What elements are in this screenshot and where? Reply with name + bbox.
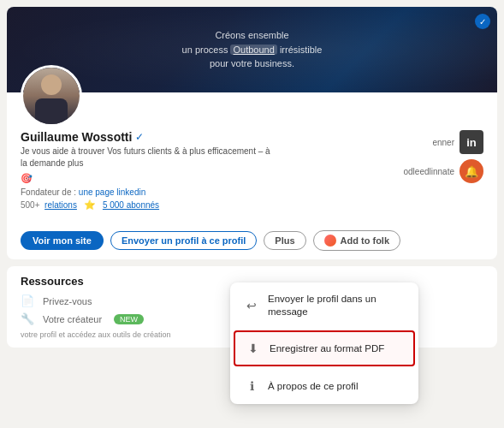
about-profile-label: À propos de ce profil [268, 380, 358, 393]
cover-line1: Créons ensemble [182, 28, 323, 43]
side-icon-item-1: enner in [432, 130, 483, 154]
cover-verified-icon: ✓ [475, 14, 490, 29]
emoji: 🎯 [21, 173, 33, 183]
verified-badge: ✓ [135, 131, 144, 143]
profile-meta-row: 500+ relations ⭐ 5 000 abonnés [21, 199, 483, 211]
action-buttons: Voir mon site Envoyer un profil à ce pro… [7, 223, 497, 259]
followers-link[interactable]: 5 000 abonnés [103, 200, 159, 210]
folk-button-label: Add to folk [341, 235, 389, 246]
profile-sub: Fondateur de : une page linkedin [21, 187, 483, 197]
cover-highlight: Outbound [230, 45, 276, 55]
profile-tagline: Je vous aide à trouver Vos futurs client… [21, 146, 277, 169]
secondary-button[interactable]: Envoyer un profil à ce profil [110, 231, 257, 250]
dropdown-item-save-pdf[interactable]: ⬇ Enregistrer au format PDF [234, 330, 415, 366]
dropdown-item-about-profile[interactable]: ℹ À propos de ce profil [230, 368, 418, 404]
save-pdf-icon: ⬇ [246, 341, 261, 356]
primary-button[interactable]: Voir mon site [21, 231, 104, 250]
profile-info: enner in odleedlinnate 🔔 Guillaume Wosso… [7, 92, 497, 223]
meta-connections: 500+ relations [21, 200, 77, 210]
cover-text: Créons ensemble un process Outbound irré… [131, 28, 374, 71]
more-button[interactable]: Plus [264, 231, 305, 250]
side-icon-label-1: enner [432, 138, 454, 147]
resource-text-2: Votre créateur [43, 314, 102, 324]
add-to-folk-button[interactable]: Add to folk [313, 230, 400, 251]
side-icon-box-2: 🔔 [460, 159, 483, 183]
dropdown-item-send-message[interactable]: ↩ Envoyer le profil dans un message [230, 282, 418, 329]
side-icon-item-2: odleedlinnate 🔔 [404, 159, 484, 183]
profile-card: Créons ensemble un process Outbound irré… [7, 7, 497, 259]
dropdown-menu: ↩ Envoyer le profil dans un message ⬇ En… [230, 282, 418, 404]
resource-icon-1: 📄 [21, 294, 34, 307]
star-icon: ⭐ [84, 199, 96, 211]
resource-icon-2: 🔧 [21, 312, 34, 325]
save-pdf-label: Enregistrer au format PDF [270, 342, 384, 355]
cover-banner: Créons ensemble un process Outbound irré… [7, 7, 497, 92]
side-icon-label-2: odleedlinnate [404, 167, 455, 176]
sub-link[interactable]: une page linkedin [79, 187, 145, 197]
sub-text: Fondateur de : [21, 187, 76, 197]
send-message-label: Envoyer le profil dans un message [268, 293, 405, 318]
page-wrapper: Créons ensemble un process Outbound irré… [0, 0, 504, 428]
cover-line2-end: irrésistible [280, 45, 323, 55]
cover-line4: pour votre business. [182, 56, 323, 71]
side-icon-box-1: in [460, 130, 483, 154]
send-message-icon: ↩ [244, 298, 259, 313]
resource-badge-2: NEW [114, 314, 144, 324]
cover-line2-text: un process [182, 45, 228, 55]
about-profile-icon: ℹ [244, 378, 259, 394]
profile-name: Guillaume Wossotti [21, 130, 132, 144]
profile-side-icons: enner in odleedlinnate 🔔 [404, 130, 484, 183]
connections-link[interactable]: relations [44, 200, 77, 210]
resource-text-1: Privez-vous [43, 296, 92, 306]
folk-logo-icon [324, 235, 336, 247]
cover-line2: un process Outbound irrésistible [182, 43, 323, 57]
